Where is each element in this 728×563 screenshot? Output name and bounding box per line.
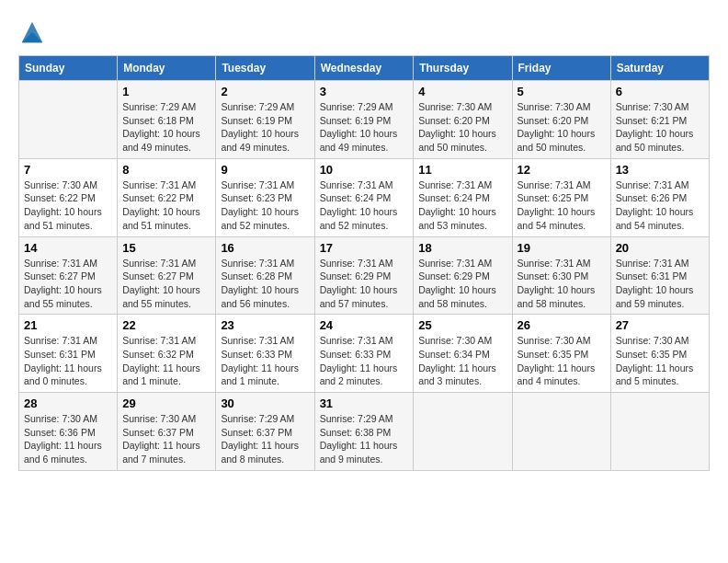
calendar-cell: 12Sunrise: 7:31 AMSunset: 6:25 PMDayligh… [512,158,610,236]
cell-date: 9 [221,163,309,177]
cell-date: 12 [518,163,606,177]
cell-date: 31 [320,396,409,410]
calendar-cell [512,393,610,471]
header-day-sunday: Sunday [19,56,118,81]
cell-info: Sunrise: 7:31 AMSunset: 6:22 PMDaylight:… [122,178,210,233]
cell-date: 27 [616,318,704,332]
calendar-cell: 23Sunrise: 7:31 AMSunset: 6:33 PMDayligh… [216,315,314,393]
calendar-cell: 8Sunrise: 7:31 AMSunset: 6:22 PMDaylight… [118,158,216,236]
cell-info: Sunrise: 7:29 AMSunset: 6:18 PMDaylight:… [122,100,210,155]
calendar-cell [610,393,709,471]
cell-info: Sunrise: 7:31 AMSunset: 6:31 PMDaylight:… [24,334,112,388]
logo-icon [18,18,46,46]
cell-date: 6 [616,85,704,98]
cell-date: 25 [418,318,506,332]
calendar-cell: 11Sunrise: 7:31 AMSunset: 6:24 PMDayligh… [414,158,512,236]
calendar-cell: 14Sunrise: 7:31 AMSunset: 6:27 PMDayligh… [19,236,118,315]
cell-date: 8 [122,163,210,177]
calendar-cell: 2Sunrise: 7:29 AMSunset: 6:19 PMDaylight… [216,81,314,159]
cell-date: 28 [24,396,112,410]
cell-info: Sunrise: 7:31 AMSunset: 6:26 PMDaylight:… [616,178,704,233]
cell-info: Sunrise: 7:31 AMSunset: 6:23 PMDaylight:… [221,178,309,233]
cell-date: 29 [122,396,210,410]
calendar-cell: 7Sunrise: 7:30 AMSunset: 6:22 PMDaylight… [19,158,118,236]
cell-info: Sunrise: 7:31 AMSunset: 6:32 PMDaylight:… [122,334,210,388]
calendar-cell: 15Sunrise: 7:31 AMSunset: 6:27 PMDayligh… [118,236,216,315]
cell-date: 11 [418,163,506,177]
cell-date: 5 [518,85,606,98]
header-day-monday: Monday [118,56,216,81]
calendar-cell [414,393,512,471]
calendar-cell: 20Sunrise: 7:31 AMSunset: 6:31 PMDayligh… [610,236,709,315]
cell-date: 19 [518,241,606,255]
cell-info: Sunrise: 7:31 AMSunset: 6:33 PMDaylight:… [221,334,309,388]
cell-date: 4 [418,85,506,98]
calendar-cell: 6Sunrise: 7:30 AMSunset: 6:21 PMDaylight… [610,81,709,159]
cell-info: Sunrise: 7:29 AMSunset: 6:19 PMDaylight:… [320,100,409,155]
calendar-cell: 29Sunrise: 7:30 AMSunset: 6:37 PMDayligh… [118,393,216,471]
cell-date: 13 [616,163,704,177]
cell-info: Sunrise: 7:30 AMSunset: 6:34 PMDaylight:… [418,334,506,388]
cell-info: Sunrise: 7:29 AMSunset: 6:38 PMDaylight:… [320,412,409,466]
calendar-cell: 28Sunrise: 7:30 AMSunset: 6:36 PMDayligh… [19,393,118,471]
calendar-cell: 16Sunrise: 7:31 AMSunset: 6:28 PMDayligh… [216,236,314,315]
cell-date: 23 [221,318,309,332]
calendar-cell: 19Sunrise: 7:31 AMSunset: 6:30 PMDayligh… [512,236,610,315]
cell-date: 17 [320,241,409,255]
cell-info: Sunrise: 7:31 AMSunset: 6:33 PMDaylight:… [320,334,409,388]
cell-date: 24 [320,318,409,332]
header-row: SundayMondayTuesdayWednesdayThursdayFrid… [19,56,710,81]
calendar-cell: 21Sunrise: 7:31 AMSunset: 6:31 PMDayligh… [19,315,118,393]
cell-date: 16 [221,241,309,255]
header-day-wednesday: Wednesday [314,56,414,81]
cell-info: Sunrise: 7:31 AMSunset: 6:31 PMDaylight:… [616,257,704,311]
calendar-cell: 5Sunrise: 7:30 AMSunset: 6:20 PMDaylight… [512,81,610,159]
cell-date: 7 [24,163,112,177]
cell-date: 30 [221,396,309,410]
cell-info: Sunrise: 7:30 AMSunset: 6:35 PMDaylight:… [616,334,704,388]
cell-info: Sunrise: 7:30 AMSunset: 6:37 PMDaylight:… [122,412,210,466]
cell-date: 3 [320,85,409,98]
cell-info: Sunrise: 7:30 AMSunset: 6:35 PMDaylight:… [518,334,606,388]
cell-info: Sunrise: 7:31 AMSunset: 6:25 PMDaylight:… [518,178,606,233]
header-day-tuesday: Tuesday [216,56,314,81]
calendar-cell: 30Sunrise: 7:29 AMSunset: 6:37 PMDayligh… [216,393,314,471]
calendar-cell: 13Sunrise: 7:31 AMSunset: 6:26 PMDayligh… [610,158,709,236]
cell-info: Sunrise: 7:31 AMSunset: 6:29 PMDaylight:… [418,257,506,311]
cell-info: Sunrise: 7:31 AMSunset: 6:30 PMDaylight:… [518,257,606,311]
cell-info: Sunrise: 7:30 AMSunset: 6:22 PMDaylight:… [24,178,112,233]
week-row-3: 14Sunrise: 7:31 AMSunset: 6:27 PMDayligh… [19,236,710,315]
calendar-cell: 24Sunrise: 7:31 AMSunset: 6:33 PMDayligh… [314,315,414,393]
calendar-cell: 26Sunrise: 7:30 AMSunset: 6:35 PMDayligh… [512,315,610,393]
week-row-1: 1Sunrise: 7:29 AMSunset: 6:18 PMDaylight… [19,81,710,159]
cell-date: 26 [518,318,606,332]
cell-info: Sunrise: 7:31 AMSunset: 6:24 PMDaylight:… [320,178,409,233]
week-row-4: 21Sunrise: 7:31 AMSunset: 6:31 PMDayligh… [19,315,710,393]
header-day-friday: Friday [512,56,610,81]
cell-date: 15 [122,241,210,255]
cell-date: 21 [24,318,112,332]
cell-info: Sunrise: 7:30 AMSunset: 6:36 PMDaylight:… [24,412,112,466]
cell-info: Sunrise: 7:29 AMSunset: 6:19 PMDaylight:… [221,100,309,155]
calendar-cell: 18Sunrise: 7:31 AMSunset: 6:29 PMDayligh… [414,236,512,315]
header-day-saturday: Saturday [610,56,709,81]
cell-date: 14 [24,241,112,255]
cell-info: Sunrise: 7:31 AMSunset: 6:28 PMDaylight:… [221,257,309,311]
cell-info: Sunrise: 7:30 AMSunset: 6:20 PMDaylight:… [418,100,506,155]
cell-info: Sunrise: 7:31 AMSunset: 6:27 PMDaylight:… [24,257,112,311]
cell-date: 18 [418,241,506,255]
calendar-cell: 31Sunrise: 7:29 AMSunset: 6:38 PMDayligh… [314,393,414,471]
cell-date: 20 [616,241,704,255]
cell-info: Sunrise: 7:31 AMSunset: 6:27 PMDaylight:… [122,257,210,311]
cell-info: Sunrise: 7:29 AMSunset: 6:37 PMDaylight:… [221,412,309,466]
calendar-cell: 27Sunrise: 7:30 AMSunset: 6:35 PMDayligh… [610,315,709,393]
cell-date: 2 [221,85,309,98]
calendar-cell: 4Sunrise: 7:30 AMSunset: 6:20 PMDaylight… [414,81,512,159]
calendar-table: SundayMondayTuesdayWednesdayThursdayFrid… [18,55,710,471]
cell-date: 22 [122,318,210,332]
calendar-cell: 25Sunrise: 7:30 AMSunset: 6:34 PMDayligh… [414,315,512,393]
cell-info: Sunrise: 7:31 AMSunset: 6:29 PMDaylight:… [320,257,409,311]
calendar-cell: 10Sunrise: 7:31 AMSunset: 6:24 PMDayligh… [314,158,414,236]
header-day-thursday: Thursday [414,56,512,81]
cell-info: Sunrise: 7:30 AMSunset: 6:20 PMDaylight:… [518,100,606,155]
